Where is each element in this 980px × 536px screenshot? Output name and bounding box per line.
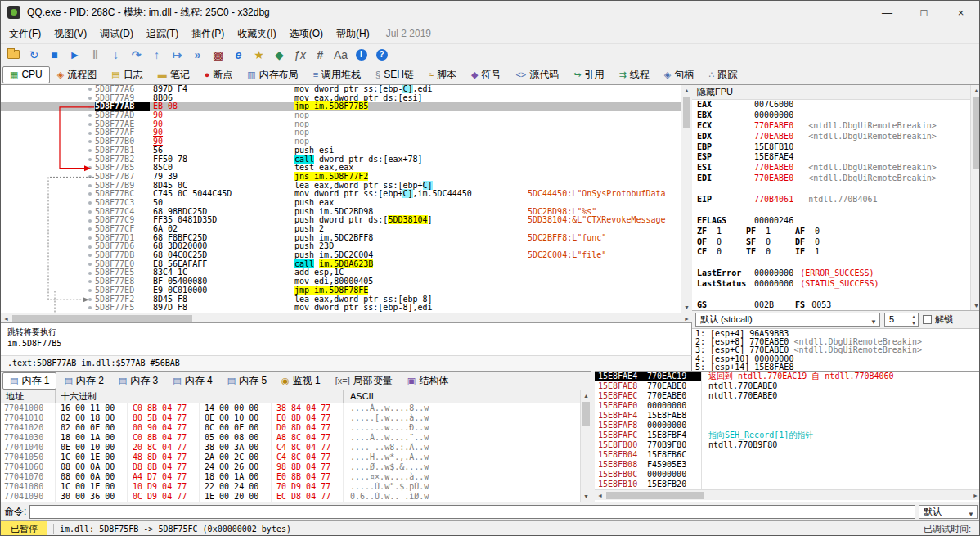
scrollbar-thumb[interactable] <box>683 97 690 128</box>
scroll-left-icon[interactable]: ◄ <box>595 490 605 501</box>
tab-source[interactable]: <>源代码 <box>508 66 566 83</box>
argument-count-spinner[interactable]: 5 ▲▼ <box>884 313 919 327</box>
minimize-button[interactable]: — <box>869 1 906 24</box>
stack-row[interactable]: 15E8FB08F45905E3 <box>595 460 980 470</box>
disasm-vertical-scrollbar[interactable]: ▲ ▼ <box>681 85 692 313</box>
tab-notes[interactable]: ▬笔记 <box>151 66 197 83</box>
stack-row[interactable]: 15E8FB00770B9F80ntdll.770B9F80 <box>595 440 980 450</box>
scrollbar-thumb[interactable] <box>582 402 590 426</box>
stack-row[interactable]: 15E8FAF800000000 <box>595 421 980 430</box>
log-link-button[interactable]: e <box>228 45 249 64</box>
tab-memory-map[interactable]: ▥内存布局 <box>240 66 305 83</box>
scroll-up-icon[interactable]: ▲ <box>681 85 692 96</box>
breakpoint-dot[interactable] <box>88 254 92 257</box>
register-row[interactable]: EBX00000000 <box>692 110 970 121</box>
breakpoint-dot[interactable] <box>88 236 92 240</box>
breakpoint-dot[interactable] <box>88 263 92 266</box>
stack-row[interactable]: 15E8FB0C00000000 <box>595 470 980 480</box>
breakpoint-dot[interactable] <box>88 158 92 161</box>
tab-cpu[interactable]: ▦CPU <box>2 66 50 83</box>
stack-row[interactable]: 15E8FB1015E8FB20 <box>595 480 980 489</box>
menu-item-1[interactable]: 视图(V) <box>47 25 93 43</box>
register-row[interactable] <box>692 290 970 300</box>
dump-row[interactable]: 770410400E 00 10 0020 8C 04 7738 00 3A 0… <box>1 443 580 453</box>
spinner-arrows-icon[interactable]: ▲▼ <box>911 313 916 327</box>
dump-row[interactable]: 7704106008 00 0A 00D8 8B 04 7724 00 26 0… <box>1 462 580 472</box>
run-button[interactable]: ► <box>65 45 85 64</box>
dump-row[interactable]: 770410801C 00 1E 0010 D9 04 7722 00 24 0… <box>1 482 580 492</box>
stack-row[interactable]: 15E8FAE8770EABE0ntdll.770EABE0 <box>595 381 980 391</box>
assemble-button[interactable]: Aa <box>330 45 351 64</box>
scroll-down-icon[interactable]: ▼ <box>681 302 692 313</box>
breakpoint-dot[interactable] <box>88 97 92 100</box>
tab-graph[interactable]: ◈流程图 <box>50 66 104 83</box>
register-row[interactable]: EDX770EABE0<ntdll.DbgUiRemoteBreakin> <box>692 132 970 142</box>
command-profile-dropdown[interactable]: 默认 ▼ <box>919 505 978 519</box>
dump-row[interactable]: 7704103018 00 1A 00C0 8B 04 7705 00 08 0… <box>1 433 580 443</box>
register-row[interactable]: EDI770EABE0<ntdll.DbgUiRemoteBreakin> <box>692 173 970 184</box>
register-row[interactable]: EIP770B4061ntdll.770B4061 <box>692 195 970 205</box>
functions-button[interactable]: ƒx <box>290 45 310 64</box>
breakpoint-dot[interactable] <box>88 140 92 143</box>
close-button[interactable]: × <box>942 1 979 24</box>
dump-row[interactable]: 7704109030 00 36 000C D9 04 771E 00 20 0… <box>1 492 580 502</box>
register-row[interactable]: OF0SF0DF0 <box>692 237 970 248</box>
tab-log[interactable]: ▤日志 <box>104 66 150 83</box>
register-row[interactable] <box>692 205 970 216</box>
stack-row[interactable]: 15E8FAE4770EAC19返回到 ntdll.770EAC19 自 ntd… <box>595 372 980 381</box>
tab-references[interactable]: ↪引用 <box>566 66 611 83</box>
unlock-checkbox[interactable]: 解锁 <box>923 313 953 326</box>
tab-dump-5[interactable]: ▤内存 5 <box>220 372 274 390</box>
scroll-up-icon[interactable]: ▲ <box>581 390 591 401</box>
menu-item-7[interactable]: 帮助(H) <box>330 25 376 43</box>
tab-watch-1[interactable]: ◉监视 1 <box>274 372 328 390</box>
calling-convention-dropdown[interactable]: 默认 (stdcall) ▼ <box>695 313 880 327</box>
checkbox-icon[interactable] <box>923 315 932 324</box>
register-row[interactable]: LastStatus00000000(STATUS_SUCCESS) <box>692 279 970 290</box>
disasm-row[interactable]: 5D8F77F5897D F8mov dword ptr ss:[ebp-8],… <box>1 304 681 313</box>
favourites-button[interactable]: ★ <box>249 45 269 64</box>
scroll-right-icon[interactable]: ► <box>970 490 980 501</box>
stack-row[interactable]: 15E8FAFC15E8FBF4指向SEH_Record[1]的指针 <box>595 430 980 440</box>
breakpoint-dot[interactable] <box>88 114 92 117</box>
breakpoint-dot[interactable] <box>88 166 92 169</box>
scrollbar-thumb[interactable] <box>12 315 192 322</box>
register-row[interactable]: EBP15E8FB10 <box>692 142 970 153</box>
breakpoint-dot[interactable] <box>88 149 92 152</box>
register-row[interactable] <box>692 258 970 268</box>
tab-dump-2[interactable]: ▤内存 2 <box>56 372 110 390</box>
scrollbar-thumb[interactable] <box>606 492 704 499</box>
help-button[interactable]: ? <box>371 45 392 64</box>
register-row[interactable]: ZF1PF1AF0 <box>692 227 970 237</box>
register-row[interactable]: CF0TF0IF1 <box>692 247 970 258</box>
breakpoint-dot[interactable] <box>88 123 92 126</box>
dump-row[interactable]: 7704101002 00 18 0080 5B 04 770E 00 10 0… <box>1 413 580 423</box>
dump-row[interactable]: 7704107008 00 0A 00A4 D7 04 7718 00 1A 0… <box>1 472 580 482</box>
tab-threads[interactable]: ⇉线程 <box>612 66 657 83</box>
tab-trace[interactable]: ∴跟踪 <box>701 66 744 83</box>
menu-item-5[interactable]: 收藏夹(I) <box>231 25 282 43</box>
menu-item-0[interactable]: 文件(F) <box>2 25 47 43</box>
breakpoint-dot[interactable] <box>88 106 92 109</box>
hash-button[interactable]: # <box>310 45 330 64</box>
breakpoint-dot[interactable] <box>88 289 92 292</box>
dump-row[interactable]: 7704100016 00 11 00C0 8B 04 7714 00 00 0… <box>1 403 580 413</box>
open-file-button[interactable] <box>3 45 24 64</box>
stack-row[interactable]: 15E8FAF000000000 <box>595 401 980 411</box>
dump-scrollbar[interactable]: ▲ ▼ <box>580 390 591 502</box>
breakpoint-dot[interactable] <box>88 227 92 231</box>
hide-fpu-button[interactable]: 隐藏FPU <box>692 85 980 100</box>
register-row[interactable]: ESI770EABE0<ntdll.DbgUiRemoteBreakin> <box>692 163 970 173</box>
stack-horizontal-scrollbar[interactable]: ◄ ► <box>595 489 980 500</box>
breakpoint-dot[interactable] <box>88 298 92 301</box>
tab-handles[interactable]: ◈句柄 <box>657 66 701 83</box>
step-out-button[interactable]: ↑ <box>146 45 167 64</box>
breakpoint-dot[interactable] <box>88 175 92 178</box>
breakpoint-dot[interactable] <box>88 272 92 275</box>
stack-row[interactable]: 15E8FAF415E8FAE8 <box>595 411 980 421</box>
register-row[interactable] <box>692 184 970 195</box>
scrollbar-thumb[interactable] <box>973 97 980 169</box>
tab-dump-1[interactable]: ▤内存 1 <box>2 372 56 390</box>
register-row[interactable]: ESP15E8FAE4 <box>692 152 970 163</box>
breakpoint-dot[interactable] <box>88 192 92 196</box>
